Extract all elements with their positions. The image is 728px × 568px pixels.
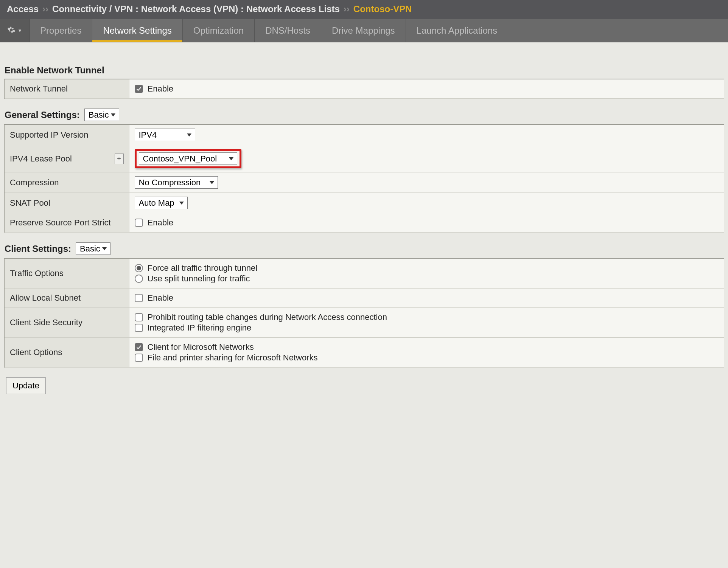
row-label-client-options: Client Options: [4, 338, 129, 368]
tab-label: Drive Mappings: [332, 25, 395, 36]
network-tunnel-checkbox-label: Enable: [148, 84, 174, 94]
ip-version-select[interactable]: IPV4: [135, 129, 195, 141]
tab-drive-mappings[interactable]: Drive Mappings: [321, 19, 406, 42]
lease-pool-select[interactable]: Contoso_VPN_Pool: [139, 152, 237, 165]
general-table: Supported IP Version IPV4 IPV4 Lease Poo…: [4, 124, 724, 233]
gear-menu[interactable]: ▼: [0, 19, 30, 42]
tab-properties[interactable]: Properties: [30, 19, 92, 42]
section-title-client: Client Settings: Basic: [5, 242, 724, 255]
section-title-general: General Settings: Basic: [5, 109, 724, 121]
breadcrumb-sep-1: ››: [42, 4, 48, 14]
main-content: Enable Network Tunnel Network Tunnel Ena…: [0, 42, 728, 405]
row-label-security: Client Side Security: [4, 308, 129, 338]
breadcrumb-current: Contoso-VPN: [353, 4, 412, 14]
traffic-force-label: Force all traffic through tunnel: [148, 263, 258, 273]
traffic-split-label: Use split tunneling for traffic: [148, 274, 250, 284]
client-mode-select[interactable]: Basic: [76, 242, 110, 255]
traffic-force-radio[interactable]: [135, 264, 143, 272]
breadcrumb: Access ›› Connectivity / VPN : Network A…: [0, 0, 728, 19]
tunnel-table: Network Tunnel Enable: [4, 79, 724, 99]
client-ms-networks-checkbox[interactable]: [135, 343, 143, 351]
preserve-port-checkbox-label: Enable: [148, 218, 174, 228]
breadcrumb-path[interactable]: Connectivity / VPN : Network Access (VPN…: [52, 4, 340, 14]
row-label-compression: Compression: [4, 172, 129, 193]
tab-bar: ▼ Properties Network Settings Optimizati…: [0, 19, 728, 42]
lease-pool-add-button[interactable]: +: [115, 154, 124, 164]
gear-icon: [7, 26, 16, 36]
row-label-text: IPV4 Lease Pool: [10, 154, 72, 164]
row-label-ip-version: Supported IP Version: [4, 124, 129, 145]
compression-select[interactable]: No Compression: [135, 176, 218, 189]
general-mode-select[interactable]: Basic: [84, 109, 119, 121]
section-title-text: Client Settings:: [5, 244, 71, 254]
tab-optimization[interactable]: Optimization: [183, 19, 255, 42]
client-file-share-label: File and printer sharing for Microsoft N…: [148, 353, 318, 363]
client-file-share-checkbox[interactable]: [135, 354, 143, 362]
row-label-lease-pool: IPV4 Lease Pool +: [4, 145, 129, 172]
security-routing-checkbox[interactable]: [135, 313, 143, 321]
tab-dns-hosts[interactable]: DNS/Hosts: [255, 19, 321, 42]
section-title-tunnel: Enable Network Tunnel: [5, 65, 724, 76]
breadcrumb-sep-2: ››: [344, 4, 350, 14]
lease-pool-highlight: Contoso_VPN_Pool: [135, 149, 241, 168]
client-ms-networks-label: Client for Microsoft Networks: [148, 342, 254, 352]
row-label-allow-local: Allow Local Subnet: [4, 289, 129, 308]
section-title-text: General Settings:: [5, 110, 80, 120]
allow-local-checkbox[interactable]: [135, 294, 143, 302]
client-table: Traffic Options Force all traffic throug…: [4, 258, 724, 368]
allow-local-checkbox-label: Enable: [148, 293, 174, 303]
security-routing-label: Prohibit routing table changes during Ne…: [148, 312, 387, 322]
breadcrumb-root[interactable]: Access: [7, 4, 39, 14]
chevron-down-icon: ▼: [18, 28, 22, 33]
tab-label: Properties: [40, 25, 81, 36]
snat-select[interactable]: Auto Map: [135, 197, 188, 209]
tab-label: Launch Applications: [417, 25, 498, 36]
security-ipfilter-label: Integrated IP filtering engine: [148, 323, 252, 333]
section-title-text: Enable Network Tunnel: [5, 65, 104, 76]
row-label-network-tunnel: Network Tunnel: [4, 79, 129, 99]
tab-label: DNS/Hosts: [265, 25, 310, 36]
traffic-split-radio[interactable]: [135, 275, 143, 283]
network-tunnel-checkbox[interactable]: [135, 85, 143, 93]
preserve-port-checkbox[interactable]: [135, 219, 143, 227]
security-ipfilter-checkbox[interactable]: [135, 324, 143, 332]
tab-label: Optimization: [193, 25, 244, 36]
row-label-preserve-port: Preserve Source Port Strict: [4, 213, 129, 233]
update-button[interactable]: Update: [6, 377, 46, 394]
tab-launch-applications[interactable]: Launch Applications: [406, 19, 509, 42]
tab-label: Network Settings: [103, 25, 171, 36]
row-label-snat: SNAT Pool: [4, 193, 129, 213]
row-label-traffic: Traffic Options: [4, 258, 129, 289]
tab-network-settings[interactable]: Network Settings: [92, 19, 182, 42]
